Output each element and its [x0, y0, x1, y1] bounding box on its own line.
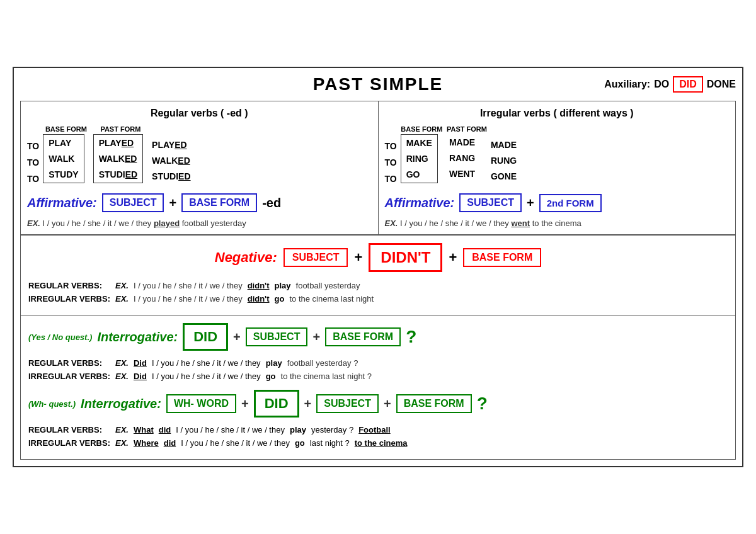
wh-plus3: +	[384, 397, 391, 411]
neg-regular-pronouns: I / you / he / she / it / we / they	[134, 281, 243, 290]
auxiliary-label: Auxiliary:	[604, 79, 650, 90]
wh-regular-ex-label: EX.	[115, 425, 129, 435]
neg-regular-verb: play	[275, 281, 291, 290]
interrog-label-yn: Interrogative:	[97, 330, 178, 344]
neg-irregular-type: IRREGULAR VERBS:	[28, 294, 110, 304]
yn-irregular-type: IRREGULAR VERBS:	[28, 372, 110, 381]
to-1: TO	[27, 138, 39, 154]
past-form-col2-left: PLAYED WALKED STUDIED	[152, 138, 190, 183]
base-verb-walk: WALK	[49, 152, 78, 166]
yes-no-label: (Yes / No quest.)	[28, 332, 92, 342]
neg-regular-example: REGULAR VERBS: EX. I / you / he / she / …	[28, 281, 728, 290]
yn-regular-verb: play	[266, 358, 282, 368]
wh-regular-pronouns: I / you / he / she / it / we / they	[176, 425, 285, 435]
past-verb-played1: PLAYED	[99, 136, 137, 150]
irr-to-3: TO	[385, 171, 397, 187]
top-section: Regular verbs ( -ed ) TO TO TO BASE FORM…	[20, 101, 736, 235]
neg-regular-ex-label: EX.	[115, 281, 129, 290]
negative-section: Negative: SUBJECT + DIDN'T + BASE FORM R…	[20, 235, 736, 315]
yn-regular-did: Did	[134, 358, 147, 368]
auxiliary-do: DO	[654, 79, 669, 90]
neg-irregular-pronouns: I / you / he / she / it / we / they	[134, 294, 243, 304]
neg-irregular-verb: go	[275, 294, 285, 304]
yn-subject-box: SUBJECT	[246, 327, 308, 346]
affirmative-formula-right: Affirmative: SUBJECT + 2nd FORM	[385, 193, 730, 212]
irr-base-form-col-label: BASE FORM	[401, 125, 443, 133]
yn-irregular-verb: go	[266, 372, 276, 381]
neg-irregular-ex-label: EX.	[115, 294, 129, 304]
auxiliary-section: Auxiliary: DO DID DONE	[604, 76, 736, 93]
irr-past-gone: GONE	[491, 169, 517, 183]
example-left: EX. I / you / he / she / it / we / they …	[27, 219, 372, 228]
wh-regular-did: did	[159, 425, 171, 435]
wh-regular-verb: play	[290, 425, 306, 435]
yn-regular-ex-label: EX.	[115, 358, 129, 368]
wh-irregular-rest: last night ?	[310, 438, 350, 448]
irr-past-form-col2: MADE RUNG GONE	[491, 138, 517, 183]
negative-label: Negative:	[215, 249, 277, 266]
interrog-label-wh: Interrogative:	[81, 397, 161, 411]
neg-regular-rest: football yesterday	[296, 281, 360, 290]
neg-plus1: +	[354, 249, 362, 266]
neg-didnt-box: DIDN'T	[369, 243, 442, 272]
yn-irregular-ex-label: EX.	[115, 372, 129, 381]
neg-irregular-rest: to the cinema last night	[289, 294, 374, 304]
base-verb-study: STUDY	[49, 168, 78, 181]
wh-irregular-extra: to the cinema	[355, 438, 408, 448]
wh-irregular-example: IRREGULAR VERBS: EX. Where did I / you /…	[28, 438, 728, 448]
wh-question-formula: (Wh- quest.) Interrogative: WH- WORD + D…	[28, 390, 728, 418]
regular-verbs-section: Regular verbs ( -ed ) TO TO TO BASE FORM…	[21, 101, 379, 234]
subject-box-left: SUBJECT	[102, 193, 164, 212]
base-form-box-left: PLAY WALK STUDY	[43, 134, 84, 183]
yn-regular-pronouns: I / you / he / she / it / we / they	[152, 358, 261, 368]
auxiliary-done: DONE	[707, 79, 736, 90]
irr-past-rung: RUNG	[491, 154, 517, 168]
irr-base-verb-make: MAKE	[406, 136, 432, 150]
wh-regular-example: REGULAR VERBS: EX. What did I / you / he…	[28, 425, 728, 435]
wh-base-form-box: BASE FORM	[396, 394, 472, 413]
interrogative-section: (Yes / No quest.) Interrogative: DID + S…	[20, 315, 736, 460]
page-title: PAST SIMPLE	[313, 74, 444, 94]
past-verb-studied2: STUDIED	[152, 169, 190, 183]
base-form-col-label: BASE FORM	[43, 125, 89, 133]
irr-base-form-box: MAKE RING GO	[401, 134, 438, 183]
irregular-verbs-title: Irregular verbs ( different ways )	[385, 108, 730, 119]
ed-suffix: -ed	[262, 196, 281, 210]
irr-past-form-col-label: PAST FORM	[447, 125, 487, 133]
wh-regular-extra: Football	[358, 425, 391, 435]
yn-regular-example: REGULAR VERBS: EX. Did I / you / he / sh…	[28, 358, 728, 368]
past-form-box-left: PLAYED WALKED STUDIED	[93, 134, 143, 183]
irr-past-made1: MADE	[449, 135, 479, 149]
yn-regular-type: REGULAR VERBS:	[28, 358, 110, 368]
example-right: EX. I / you / he / she / it / we / they …	[385, 219, 730, 228]
irr-to-1: TO	[385, 138, 397, 154]
wh-irregular-ex-label: EX.	[115, 438, 129, 448]
affirmative-label-left: Affirmative:	[27, 196, 97, 210]
irr-to-2: TO	[385, 154, 397, 171]
ex-pronouns-right: I / you / he / she / it / we / they	[400, 219, 509, 228]
ex-rest-left: football yesterday	[182, 219, 246, 228]
wh-plus1: +	[241, 397, 249, 411]
wh-did-box: DID	[254, 390, 299, 418]
yn-question-mark: ?	[406, 327, 416, 347]
yn-plus2: +	[312, 330, 320, 344]
base-verb-play: PLAY	[49, 136, 78, 150]
irr-base-verb-ring: RING	[406, 152, 432, 166]
wh-regular-type: REGULAR VERBS:	[28, 425, 110, 435]
subject-box-right: SUBJECT	[459, 193, 522, 212]
to-3: TO	[27, 171, 39, 187]
wh-regular-word: What	[134, 425, 154, 435]
page-header: PAST SIMPLE Auxiliary: DO DID DONE	[20, 74, 736, 94]
past-verb-walked1: WALKED	[99, 152, 137, 166]
to-2: TO	[27, 154, 39, 171]
ex-pronouns-left: I / you / he / she / it / we / they	[43, 219, 152, 228]
yn-base-form-box: BASE FORM	[325, 327, 401, 346]
yn-did-box: DID	[183, 323, 228, 351]
irr-past-went: WENT	[449, 167, 479, 181]
wh-irregular-verb: go	[295, 438, 305, 448]
yn-irregular-pronouns: I / you / he / she / it / we / they	[152, 372, 261, 381]
wh-word-box: WH- WORD	[166, 394, 236, 413]
neg-subject-box: SUBJECT	[284, 248, 348, 267]
neg-irregular-example: IRREGULAR VERBS: EX. I / you / he / she …	[28, 294, 728, 304]
irr-past-made2: MADE	[491, 138, 517, 152]
